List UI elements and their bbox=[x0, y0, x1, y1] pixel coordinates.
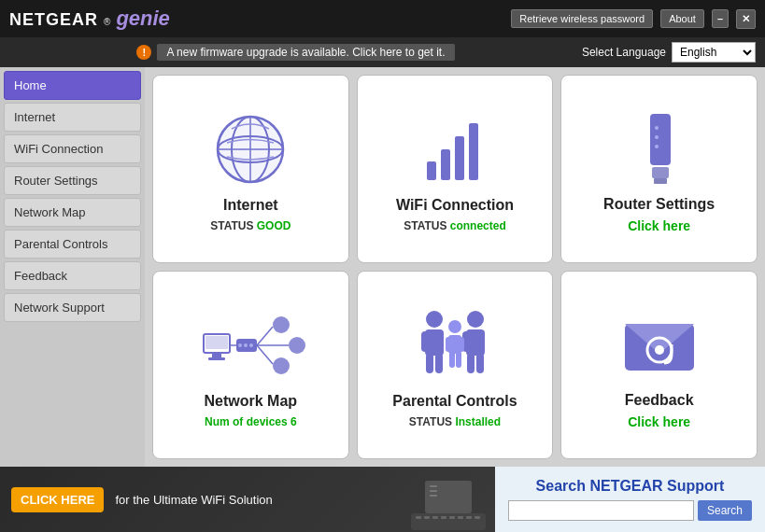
bottom-banner: CLICK HERE for the Ultimate WiFi Solutio… bbox=[0, 467, 765, 532]
svg-rect-17 bbox=[212, 353, 221, 357]
banner-text: for the Ultimate WiFi Solution bbox=[115, 493, 272, 507]
svg-point-14 bbox=[655, 135, 659, 139]
firmware-message[interactable]: A new firmware upgrade is available. Cli… bbox=[157, 44, 454, 61]
svg-rect-48 bbox=[456, 351, 461, 368]
svg-rect-40 bbox=[477, 331, 485, 352]
svg-rect-59 bbox=[424, 516, 430, 519]
sidebar-item-networksupport[interactable]: Network Support bbox=[4, 293, 141, 322]
svg-rect-63 bbox=[458, 516, 463, 519]
content-area: Internet STATUS GOOD WiFi Connection STA… bbox=[145, 67, 765, 467]
support-title: Search NETGEAR Support bbox=[536, 478, 725, 495]
router-settings-icon bbox=[624, 106, 694, 190]
svg-rect-54 bbox=[430, 485, 437, 487]
wifi-card-status: STATUS connected bbox=[404, 219, 506, 232]
logo: NETGEAR® genie bbox=[9, 7, 170, 31]
svg-rect-9 bbox=[469, 123, 478, 180]
internet-card-status: STATUS GOOD bbox=[210, 219, 290, 232]
svg-rect-62 bbox=[449, 516, 455, 519]
svg-rect-41 bbox=[467, 353, 475, 373]
svg-line-27 bbox=[257, 327, 273, 345]
sidebar-item-router[interactable]: Router Settings bbox=[4, 166, 141, 195]
sidebar: Home Internet WiFi Connection Router Set… bbox=[0, 67, 145, 467]
sidebar-item-parental[interactable]: Parental Controls bbox=[4, 230, 141, 259]
svg-rect-58 bbox=[416, 516, 421, 519]
banner-ad: CLICK HERE for the Ultimate WiFi Solutio… bbox=[0, 467, 495, 532]
sidebar-item-wifi[interactable]: WiFi Connection bbox=[4, 134, 141, 163]
firmware-bar: ! A new firmware upgrade is available. C… bbox=[0, 37, 765, 67]
language-dropdown[interactable]: English French Spanish German bbox=[672, 42, 756, 63]
svg-rect-56 bbox=[430, 495, 437, 497]
svg-rect-57 bbox=[411, 513, 486, 530]
parental-card[interactable]: Parental Controls STATUS Installed bbox=[357, 271, 554, 459]
close-button[interactable]: ✕ bbox=[736, 9, 756, 29]
language-label: Select Language bbox=[582, 46, 666, 59]
svg-rect-7 bbox=[441, 149, 450, 180]
support-search-input[interactable] bbox=[508, 500, 694, 521]
network-map-icon bbox=[199, 303, 302, 387]
wifi-icon bbox=[418, 107, 492, 191]
firmware-notice[interactable]: ! A new firmware upgrade is available. C… bbox=[9, 44, 582, 61]
svg-point-31 bbox=[426, 311, 443, 328]
sidebar-item-home[interactable]: Home bbox=[4, 71, 141, 100]
svg-point-21 bbox=[238, 343, 242, 347]
sidebar-item-feedback[interactable]: Feedback bbox=[4, 261, 141, 290]
support-panel: Search NETGEAR Support Search bbox=[495, 467, 765, 532]
parental-controls-icon bbox=[408, 303, 502, 387]
support-search-row: Search bbox=[503, 500, 758, 521]
router-card-status: Click here bbox=[628, 218, 690, 233]
router-card[interactable]: Router Settings Click here bbox=[560, 75, 758, 263]
svg-rect-60 bbox=[432, 516, 438, 519]
svg-line-29 bbox=[257, 345, 273, 364]
feedback-icon bbox=[617, 302, 701, 386]
svg-point-24 bbox=[273, 316, 290, 333]
feedback-card[interactable]: Feedback Click here bbox=[560, 271, 758, 459]
svg-rect-46 bbox=[459, 337, 464, 352]
svg-point-22 bbox=[244, 343, 248, 347]
svg-rect-8 bbox=[455, 136, 464, 180]
svg-rect-35 bbox=[426, 353, 433, 373]
banner-click-button[interactable]: CLICK HERE bbox=[11, 487, 104, 512]
router-card-title: Router Settings bbox=[603, 196, 715, 213]
firmware-alert-icon: ! bbox=[136, 45, 151, 60]
svg-rect-10 bbox=[650, 114, 671, 165]
svg-point-37 bbox=[467, 311, 484, 328]
genie-text: genie bbox=[116, 7, 169, 31]
feedback-card-title: Feedback bbox=[625, 392, 694, 409]
networkmap-card[interactable]: Network Map Num of devices 6 bbox=[152, 271, 349, 459]
header: NETGEAR® genie Retrieve wireless passwor… bbox=[0, 0, 765, 37]
svg-point-15 bbox=[655, 145, 659, 148]
networkmap-card-title: Network Map bbox=[205, 393, 298, 410]
svg-point-23 bbox=[249, 343, 253, 347]
feedback-card-status: Click here bbox=[628, 414, 690, 429]
svg-rect-19 bbox=[205, 336, 228, 349]
main-layout: Home Internet WiFi Connection Router Set… bbox=[0, 67, 765, 467]
svg-rect-6 bbox=[427, 161, 436, 180]
retrieve-password-button[interactable]: Retrieve wireless password bbox=[511, 9, 653, 28]
svg-point-5 bbox=[217, 116, 284, 183]
svg-rect-11 bbox=[652, 167, 669, 178]
svg-rect-33 bbox=[421, 331, 429, 352]
svg-rect-47 bbox=[449, 351, 455, 368]
support-search-button[interactable]: Search bbox=[698, 500, 752, 521]
wifi-card[interactable]: WiFi Connection STATUS connected bbox=[357, 75, 554, 263]
svg-rect-64 bbox=[466, 516, 472, 519]
minimize-button[interactable]: – bbox=[712, 9, 729, 28]
router-image bbox=[411, 476, 486, 532]
svg-rect-42 bbox=[476, 353, 484, 373]
wifi-card-title: WiFi Connection bbox=[396, 197, 514, 214]
header-actions: Retrieve wireless password About – ✕ bbox=[511, 9, 756, 29]
svg-rect-61 bbox=[441, 516, 446, 519]
language-selector: Select Language English French Spanish G… bbox=[582, 42, 756, 63]
reg-symbol: ® bbox=[104, 17, 110, 27]
svg-point-43 bbox=[448, 320, 461, 333]
sidebar-item-internet[interactable]: Internet bbox=[4, 103, 141, 132]
svg-point-25 bbox=[289, 337, 305, 354]
internet-card[interactable]: Internet STATUS GOOD bbox=[152, 75, 349, 263]
svg-point-26 bbox=[273, 357, 290, 374]
about-button[interactable]: About bbox=[660, 9, 704, 28]
sidebar-item-networkmap[interactable]: Network Map bbox=[4, 198, 141, 227]
svg-rect-12 bbox=[654, 178, 667, 184]
svg-rect-34 bbox=[434, 331, 442, 352]
svg-point-52 bbox=[655, 345, 664, 355]
internet-icon bbox=[208, 107, 292, 191]
